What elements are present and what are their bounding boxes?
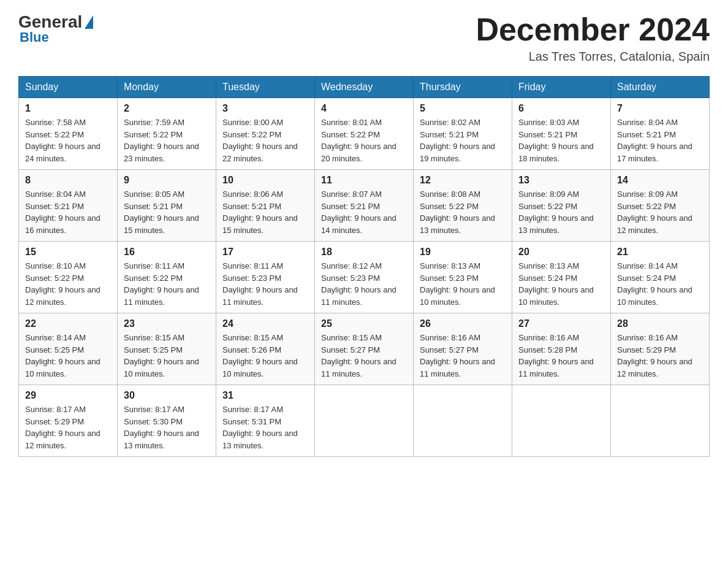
col-friday: Friday — [512, 77, 611, 98]
table-row: 19 Sunrise: 8:13 AM Sunset: 5:23 PM Dayl… — [414, 242, 512, 313]
day-number: 12 — [420, 175, 506, 186]
day-info: Sunrise: 8:14 AM Sunset: 5:24 PM Dayligh… — [617, 260, 703, 308]
calendar-table: Sunday Monday Tuesday Wednesday Thursday… — [18, 76, 710, 457]
location-text: Las Tres Torres, Catalonia, Spain — [476, 50, 710, 64]
table-row: 27 Sunrise: 8:16 AM Sunset: 5:28 PM Dayl… — [512, 313, 611, 385]
table-row: 6 Sunrise: 8:03 AM Sunset: 5:21 PM Dayli… — [512, 98, 611, 170]
table-row: 7 Sunrise: 8:04 AM Sunset: 5:21 PM Dayli… — [611, 98, 710, 170]
day-info: Sunrise: 8:12 AM Sunset: 5:23 PM Dayligh… — [321, 260, 407, 308]
day-number: 9 — [124, 175, 210, 186]
day-info: Sunrise: 8:02 AM Sunset: 5:21 PM Dayligh… — [420, 117, 506, 164]
table-row: 26 Sunrise: 8:16 AM Sunset: 5:27 PM Dayl… — [414, 313, 512, 385]
day-number: 2 — [124, 103, 210, 114]
logo: General Blue — [18, 12, 94, 45]
table-row: 24 Sunrise: 8:15 AM Sunset: 5:26 PM Dayl… — [216, 313, 315, 385]
day-number: 1 — [25, 103, 111, 114]
day-info: Sunrise: 8:13 AM Sunset: 5:23 PM Dayligh… — [420, 260, 506, 308]
day-number: 28 — [617, 318, 703, 329]
day-info: Sunrise: 8:16 AM Sunset: 5:27 PM Dayligh… — [420, 332, 506, 380]
day-info: Sunrise: 8:16 AM Sunset: 5:29 PM Dayligh… — [617, 332, 703, 380]
page-header: General Blue December 2024 Las Tres Torr… — [18, 12, 710, 64]
col-saturday: Saturday — [611, 77, 710, 98]
day-number: 4 — [321, 103, 407, 114]
table-row: 18 Sunrise: 8:12 AM Sunset: 5:23 PM Dayl… — [315, 242, 414, 313]
day-number: 27 — [518, 318, 604, 329]
table-row — [611, 385, 710, 457]
day-info: Sunrise: 8:05 AM Sunset: 5:21 PM Dayligh… — [124, 188, 210, 236]
table-row: 8 Sunrise: 8:04 AM Sunset: 5:21 PM Dayli… — [19, 170, 118, 242]
table-row: 10 Sunrise: 8:06 AM Sunset: 5:21 PM Dayl… — [216, 170, 315, 242]
day-number: 15 — [25, 247, 111, 258]
col-tuesday: Tuesday — [216, 77, 315, 98]
day-number: 17 — [222, 247, 308, 258]
day-number: 5 — [420, 103, 506, 114]
calendar-week-4: 22 Sunrise: 8:14 AM Sunset: 5:25 PM Dayl… — [19, 313, 710, 385]
day-number: 8 — [25, 175, 111, 186]
day-number: 6 — [518, 103, 604, 114]
day-info: Sunrise: 8:10 AM Sunset: 5:22 PM Dayligh… — [25, 260, 111, 308]
logo-blue-text: Blue — [20, 29, 49, 45]
table-row: 20 Sunrise: 8:13 AM Sunset: 5:24 PM Dayl… — [512, 242, 611, 313]
day-info: Sunrise: 8:17 AM Sunset: 5:29 PM Dayligh… — [25, 404, 111, 451]
day-info: Sunrise: 8:09 AM Sunset: 5:22 PM Dayligh… — [518, 188, 604, 236]
table-row: 9 Sunrise: 8:05 AM Sunset: 5:21 PM Dayli… — [118, 170, 216, 242]
day-info: Sunrise: 8:04 AM Sunset: 5:21 PM Dayligh… — [617, 117, 703, 164]
col-thursday: Thursday — [414, 77, 512, 98]
calendar-week-1: 1 Sunrise: 7:58 AM Sunset: 5:22 PM Dayli… — [19, 98, 710, 170]
table-row: 1 Sunrise: 7:58 AM Sunset: 5:22 PM Dayli… — [19, 98, 118, 170]
table-row: 2 Sunrise: 7:59 AM Sunset: 5:22 PM Dayli… — [118, 98, 216, 170]
calendar-week-3: 15 Sunrise: 8:10 AM Sunset: 5:22 PM Dayl… — [19, 242, 710, 313]
day-info: Sunrise: 8:13 AM Sunset: 5:24 PM Dayligh… — [518, 260, 604, 308]
day-number: 23 — [124, 318, 210, 329]
day-number: 14 — [617, 175, 703, 186]
day-info: Sunrise: 8:17 AM Sunset: 5:30 PM Dayligh… — [124, 404, 210, 451]
table-row: 15 Sunrise: 8:10 AM Sunset: 5:22 PM Dayl… — [19, 242, 118, 313]
calendar-week-5: 29 Sunrise: 8:17 AM Sunset: 5:29 PM Dayl… — [19, 385, 710, 457]
table-row: 16 Sunrise: 8:11 AM Sunset: 5:22 PM Dayl… — [118, 242, 216, 313]
table-row — [512, 385, 611, 457]
day-number: 18 — [321, 247, 407, 258]
day-info: Sunrise: 8:15 AM Sunset: 5:27 PM Dayligh… — [321, 332, 407, 380]
day-info: Sunrise: 8:01 AM Sunset: 5:22 PM Dayligh… — [321, 117, 407, 164]
calendar-week-2: 8 Sunrise: 8:04 AM Sunset: 5:21 PM Dayli… — [19, 170, 710, 242]
day-info: Sunrise: 8:16 AM Sunset: 5:28 PM Dayligh… — [518, 332, 604, 380]
table-row: 29 Sunrise: 8:17 AM Sunset: 5:29 PM Dayl… — [19, 385, 118, 457]
table-row: 23 Sunrise: 8:15 AM Sunset: 5:25 PM Dayl… — [118, 313, 216, 385]
day-number: 21 — [617, 247, 703, 258]
day-info: Sunrise: 8:15 AM Sunset: 5:25 PM Dayligh… — [124, 332, 210, 380]
table-row — [414, 385, 512, 457]
day-number: 13 — [518, 175, 604, 186]
table-row: 5 Sunrise: 8:02 AM Sunset: 5:21 PM Dayli… — [414, 98, 512, 170]
day-number: 11 — [321, 175, 407, 186]
day-number: 20 — [518, 247, 604, 258]
day-info: Sunrise: 8:00 AM Sunset: 5:22 PM Dayligh… — [222, 117, 308, 164]
day-info: Sunrise: 8:17 AM Sunset: 5:31 PM Dayligh… — [222, 404, 308, 451]
day-info: Sunrise: 8:04 AM Sunset: 5:21 PM Dayligh… — [25, 188, 111, 236]
day-number: 22 — [25, 318, 111, 329]
day-info: Sunrise: 7:58 AM Sunset: 5:22 PM Dayligh… — [25, 117, 111, 164]
day-info: Sunrise: 8:14 AM Sunset: 5:25 PM Dayligh… — [25, 332, 111, 380]
table-row: 31 Sunrise: 8:17 AM Sunset: 5:31 PM Dayl… — [216, 385, 315, 457]
day-number: 29 — [25, 390, 111, 401]
day-number: 10 — [222, 175, 308, 186]
day-number: 19 — [420, 247, 506, 258]
calendar-header-row: Sunday Monday Tuesday Wednesday Thursday… — [19, 77, 710, 98]
day-info: Sunrise: 8:06 AM Sunset: 5:21 PM Dayligh… — [222, 188, 308, 236]
table-row: 11 Sunrise: 8:07 AM Sunset: 5:21 PM Dayl… — [315, 170, 414, 242]
table-row: 4 Sunrise: 8:01 AM Sunset: 5:22 PM Dayli… — [315, 98, 414, 170]
day-info: Sunrise: 8:03 AM Sunset: 5:21 PM Dayligh… — [518, 117, 604, 164]
col-sunday: Sunday — [19, 77, 118, 98]
day-info: Sunrise: 8:08 AM Sunset: 5:22 PM Dayligh… — [420, 188, 506, 236]
col-monday: Monday — [118, 77, 216, 98]
day-number: 26 — [420, 318, 506, 329]
col-wednesday: Wednesday — [315, 77, 414, 98]
table-row: 28 Sunrise: 8:16 AM Sunset: 5:29 PM Dayl… — [611, 313, 710, 385]
table-row — [315, 385, 414, 457]
day-info: Sunrise: 8:11 AM Sunset: 5:23 PM Dayligh… — [222, 260, 308, 308]
table-row: 14 Sunrise: 8:09 AM Sunset: 5:22 PM Dayl… — [611, 170, 710, 242]
day-number: 16 — [124, 247, 210, 258]
day-number: 24 — [222, 318, 308, 329]
day-number: 30 — [124, 390, 210, 401]
day-number: 31 — [222, 390, 308, 401]
day-info: Sunrise: 8:07 AM Sunset: 5:21 PM Dayligh… — [321, 188, 407, 236]
